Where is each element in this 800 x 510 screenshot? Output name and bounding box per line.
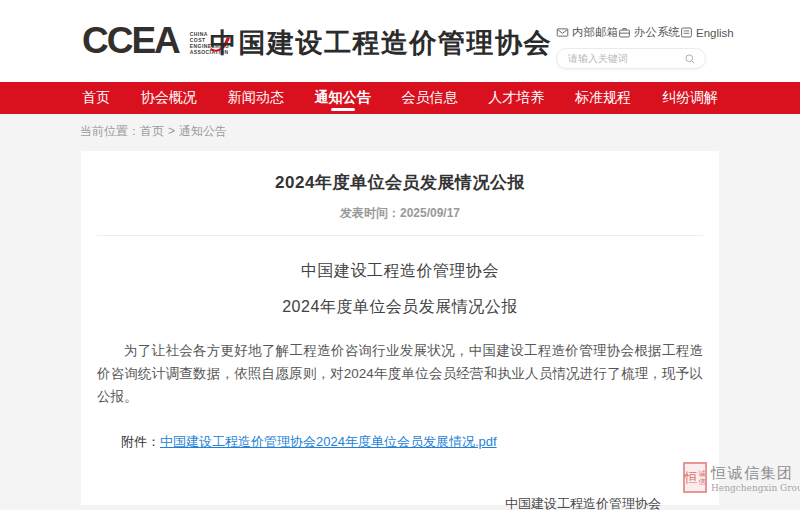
quick-links: 内部邮箱 办公系统 bbox=[556, 25, 706, 40]
nav-item-members[interactable]: 会员信息 bbox=[399, 82, 459, 114]
search-icon[interactable] bbox=[684, 53, 696, 65]
publish-time-value: 2025/09/17 bbox=[400, 206, 460, 220]
quick-link-english[interactable]: English bbox=[680, 26, 734, 39]
breadcrumb-current[interactable]: 通知公告 bbox=[179, 124, 227, 138]
signature-org: 中国建设工程造价管理协会 bbox=[505, 495, 661, 510]
watermark-name-en: Hengchengxin Group bbox=[711, 483, 800, 493]
search-input[interactable] bbox=[566, 52, 684, 65]
article-heading-org: 中国建设工程造价管理协会 bbox=[81, 261, 719, 282]
quick-link-label: 内部邮箱 bbox=[572, 25, 618, 40]
briefcase-icon bbox=[618, 26, 631, 39]
breadcrumb-prefix: 当前位置： bbox=[80, 124, 140, 138]
translate-icon bbox=[680, 26, 693, 39]
mail-icon bbox=[556, 26, 569, 39]
logo-acronym: CCEA bbox=[82, 22, 183, 60]
quick-link-label: English bbox=[696, 27, 734, 39]
nav-item-dispute[interactable]: 纠纷调解 bbox=[660, 82, 720, 114]
breadcrumb: 当前位置：首页>通知公告 bbox=[80, 123, 720, 140]
breadcrumb-home[interactable]: 首页 bbox=[140, 124, 164, 138]
page: CCEA CHINA COST ENGINEERING ASSOCIATION … bbox=[0, 0, 800, 510]
attachment-pdf-link[interactable]: 中国建设工程造价管理协会2024年度单位会员发展情况.pdf bbox=[160, 434, 497, 449]
watermark-text: 恒诚信集团 Hengchengxin Group bbox=[711, 462, 800, 493]
search-box bbox=[556, 48, 706, 69]
attachment-label: 附件： bbox=[121, 434, 160, 449]
nav-item-training[interactable]: 人才培养 bbox=[486, 82, 546, 114]
hengchengxin-seal-icon: 恒 诚 信 bbox=[683, 462, 707, 493]
hengchengxin-watermark: 恒 诚 信 恒诚信集团 Hengchengxin Group bbox=[683, 462, 800, 493]
article-card: 2024年度单位会员发展情况公报 发表时间：2025/09/17 中国建设工程造… bbox=[81, 151, 719, 505]
nav-item-notices[interactable]: 通知公告 bbox=[313, 82, 373, 114]
publish-time: 发表时间：2025/09/17 bbox=[81, 205, 719, 222]
watermark-name-cn: 恒诚信集团 bbox=[711, 465, 800, 481]
nav-item-about[interactable]: 协会概况 bbox=[139, 82, 199, 114]
main-nav: 首页 协会概况 新闻动态 通知公告 会员信息 人才培养 标准规程 纠纷调解 bbox=[0, 82, 800, 114]
site-title: 中国建设工程造价管理协会 bbox=[210, 25, 552, 61]
quick-link-office-system[interactable]: 办公系统 bbox=[618, 25, 680, 40]
quick-link-label: 办公系统 bbox=[634, 25, 680, 40]
breadcrumb-separator: > bbox=[168, 124, 175, 138]
nav-item-news[interactable]: 新闻动态 bbox=[226, 82, 286, 114]
article-title: 2024年度单位会员发展情况公报 bbox=[81, 151, 719, 194]
article-paragraph: 为了让社会各方更好地了解工程造价咨询行业发展状况，中国建设工程造价管理协会根据工… bbox=[97, 339, 703, 408]
quick-link-internal-mail[interactable]: 内部邮箱 bbox=[556, 25, 618, 40]
nav-item-standards[interactable]: 标准规程 bbox=[573, 82, 633, 114]
publish-time-label: 发表时间： bbox=[340, 206, 400, 220]
site-logo[interactable]: CCEA CHINA COST ENGINEERING ASSOCIATION bbox=[82, 22, 229, 60]
header-utilities: 内部邮箱 办公系统 bbox=[556, 25, 706, 69]
article-heading-subject: 2024年度单位会员发展情况公报 bbox=[81, 297, 719, 318]
attachment-row: 附件：中国建设工程造价管理协会2024年度单位会员发展情况.pdf bbox=[121, 433, 703, 451]
site-header: CCEA CHINA COST ENGINEERING ASSOCIATION … bbox=[0, 0, 800, 82]
signature-block: 中国建设工程造价管理协会 2025年9月17日 bbox=[505, 495, 661, 510]
divider bbox=[97, 235, 703, 236]
nav-item-home[interactable]: 首页 bbox=[80, 82, 112, 114]
